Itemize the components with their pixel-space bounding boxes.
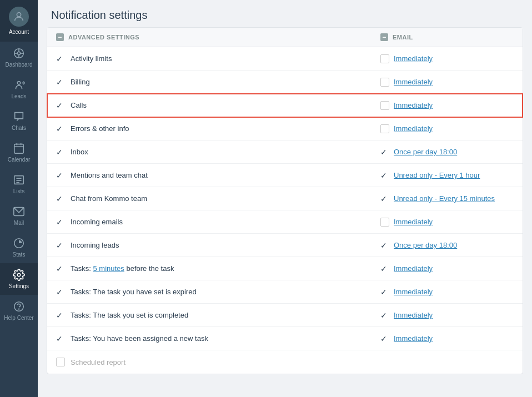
email-check-errors[interactable] xyxy=(380,124,389,133)
email-check-tasks-minutes[interactable]: ✓ xyxy=(380,264,389,273)
mentions-label: Mentions and team chat xyxy=(71,171,148,179)
check-incoming-leads[interactable]: ✓ xyxy=(56,241,65,250)
email-link-tasks-minutes[interactable]: Immediately xyxy=(394,264,433,273)
chat-kommo-label: Chat from Kommo team xyxy=(71,194,147,203)
col-settings-label: ADVANCED SETTINGS xyxy=(68,34,139,41)
email-check-calls[interactable] xyxy=(380,101,389,110)
mail-icon xyxy=(13,205,25,218)
collapse-settings-icon[interactable]: − xyxy=(56,33,64,41)
email-check-activity[interactable] xyxy=(380,54,389,63)
check-tasks-assigned[interactable]: ✓ xyxy=(56,334,65,343)
check-billing[interactable]: ✓ xyxy=(56,78,65,87)
sidebar-item-stats[interactable]: Stats xyxy=(0,232,38,263)
table-row-scheduled: Scheduled report xyxy=(47,350,523,374)
table-row-inbox: ✓ Inbox ✓ Once per day 18:00 xyxy=(47,140,523,164)
row-label-tasks-completed: ✓ Tasks: The task you set is completed xyxy=(56,311,380,320)
lists-icon xyxy=(13,174,25,186)
sidebar-item-calendar-label: Calendar xyxy=(8,157,31,163)
sidebar-item-dashboard[interactable]: Dashboard xyxy=(0,42,38,73)
tasks-completed-label: Tasks: The task you set is completed xyxy=(71,311,188,319)
table-row-tasks-assigned: ✓ Tasks: You have been assigned a new ta… xyxy=(47,327,523,350)
check-incoming-emails[interactable]: ✓ xyxy=(56,218,65,227)
activity-label: Activity limits xyxy=(71,54,112,63)
email-link-billing[interactable]: Immediately xyxy=(394,78,433,86)
email-check-incoming-leads[interactable]: ✓ xyxy=(380,241,389,250)
check-inbox[interactable]: ✓ xyxy=(56,148,65,157)
incoming-leads-label: Incoming leads xyxy=(71,241,119,249)
tasks-minutes-link[interactable]: 5 minutes xyxy=(93,264,124,273)
table-header: − ADVANCED SETTINGS − EMAIL xyxy=(47,28,523,47)
sidebar-item-leads[interactable]: Leads xyxy=(0,73,38,105)
check-activity[interactable]: ✓ xyxy=(56,54,65,63)
email-check-tasks-assigned[interactable]: ✓ xyxy=(380,334,389,343)
calls-label: Calls xyxy=(71,101,87,109)
email-link-errors[interactable]: Immediately xyxy=(394,124,433,133)
email-link-calls[interactable]: Immediately xyxy=(394,101,433,109)
incoming-emails-label: Incoming emails xyxy=(71,218,123,226)
table-row-tasks-expired: ✓ Tasks: The task you have set is expire… xyxy=(47,280,523,304)
sidebar-item-settings-label: Settings xyxy=(9,283,29,289)
email-link-incoming-emails[interactable]: Immediately xyxy=(394,218,433,226)
sidebar-item-help[interactable]: Help Center xyxy=(0,295,38,326)
row-email-incoming-leads: ✓ Once per day 18:00 xyxy=(380,241,514,250)
sidebar-item-calendar[interactable]: Calendar xyxy=(0,137,38,168)
check-mentions[interactable]: ✓ xyxy=(56,171,65,180)
table-row-errors: ✓ Errors & other info Immediately xyxy=(47,117,523,140)
errors-label: Errors & other info xyxy=(71,124,129,133)
calendar-icon xyxy=(13,142,25,154)
collapse-email-icon[interactable]: − xyxy=(380,33,388,41)
sidebar: Account Dashboard Leads Chats xyxy=(0,0,38,397)
row-email-chat-kommo: ✓ Unread only - Every 15 minutes xyxy=(380,194,514,203)
email-check-mentions[interactable]: ✓ xyxy=(380,171,389,180)
row-email-incoming-emails: Immediately xyxy=(380,218,514,227)
main-content: Notification settings − ADVANCED SETTING… xyxy=(38,0,532,397)
check-calls[interactable]: ✓ xyxy=(56,101,65,110)
sidebar-item-mail[interactable]: Mail xyxy=(0,200,38,232)
email-link-tasks-expired[interactable]: Immediately xyxy=(394,288,433,296)
email-link-tasks-completed[interactable]: Immediately xyxy=(394,311,433,319)
check-tasks-minutes[interactable]: ✓ xyxy=(56,264,65,273)
row-email-tasks-minutes: ✓ Immediately xyxy=(380,264,514,273)
tasks-expired-label: Tasks: The task you have set is expired xyxy=(71,288,197,296)
page-header: Notification settings xyxy=(38,0,532,27)
sidebar-item-lists[interactable]: Lists xyxy=(0,168,38,200)
settings-table: − ADVANCED SETTINGS − EMAIL ✓ Activity l… xyxy=(47,27,523,374)
check-tasks-completed[interactable]: ✓ xyxy=(56,311,65,320)
help-icon xyxy=(13,300,25,313)
row-label-activity: ✓ Activity limits xyxy=(56,54,380,63)
row-email-activity: Immediately xyxy=(380,54,514,63)
sidebar-item-chats-label: Chats xyxy=(12,125,26,131)
sidebar-item-settings[interactable]: Settings xyxy=(0,263,38,295)
row-email-tasks-assigned: ✓ Immediately xyxy=(380,334,514,343)
row-label-calls: ✓ Calls xyxy=(56,101,380,110)
email-link-chat-kommo[interactable]: Unread only - Every 15 minutes xyxy=(394,194,495,203)
sidebar-item-account[interactable]: Account xyxy=(0,0,38,42)
page-title: Notification settings xyxy=(51,9,519,22)
email-check-tasks-expired[interactable]: ✓ xyxy=(380,288,389,297)
row-email-billing: Immediately xyxy=(380,78,514,87)
email-check-incoming-emails[interactable] xyxy=(380,218,389,227)
email-check-inbox[interactable]: ✓ xyxy=(380,148,389,157)
table-row-tasks-completed: ✓ Tasks: The task you set is completed ✓… xyxy=(47,304,523,327)
email-link-incoming-leads[interactable]: Once per day 18:00 xyxy=(394,241,457,249)
check-chat-kommo[interactable]: ✓ xyxy=(56,194,65,203)
email-link-tasks-assigned[interactable]: Immediately xyxy=(394,334,433,343)
svg-point-0 xyxy=(17,13,21,17)
check-tasks-expired[interactable]: ✓ xyxy=(56,288,65,297)
sidebar-item-chats[interactable]: Chats xyxy=(0,105,38,137)
col-settings-header: − ADVANCED SETTINGS xyxy=(56,33,380,41)
check-scheduled[interactable] xyxy=(56,358,65,366)
row-label-tasks-expired: ✓ Tasks: The task you have set is expire… xyxy=(56,288,380,297)
email-check-tasks-completed[interactable]: ✓ xyxy=(380,311,389,320)
email-check-billing[interactable] xyxy=(380,78,389,87)
person-icon xyxy=(13,11,25,23)
col-email-label: EMAIL xyxy=(393,34,413,41)
dashboard-icon xyxy=(13,47,25,59)
email-link-mentions[interactable]: Unread only - Every 1 hour xyxy=(394,171,480,179)
table-row-incoming-emails: ✓ Incoming emails Immediately xyxy=(47,210,523,234)
email-link-inbox[interactable]: Once per day 18:00 xyxy=(394,148,457,156)
email-check-chat-kommo[interactable]: ✓ xyxy=(380,194,389,203)
row-label-incoming-leads: ✓ Incoming leads xyxy=(56,241,380,250)
email-link-activity[interactable]: Immediately xyxy=(394,54,433,63)
check-errors[interactable]: ✓ xyxy=(56,124,65,133)
